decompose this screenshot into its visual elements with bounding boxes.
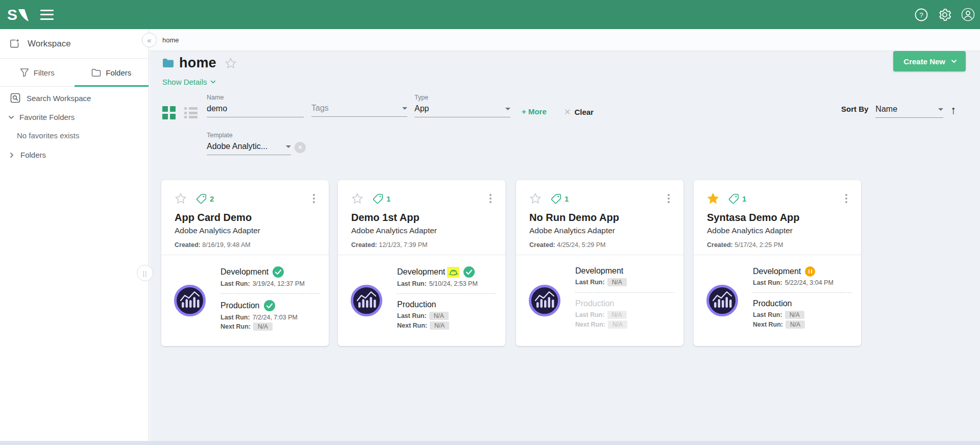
app-screen: S ? Workspace Filters [0,0,980,445]
sort-by-label: Sort By [841,105,868,118]
tag-icon [196,193,207,204]
next-run-na-badge: N/A [430,322,449,330]
horizontal-scrollbar[interactable] [0,441,980,445]
filter-funnel-icon [20,68,29,77]
sidebar: Workspace Filters Folders Search Workspa… [0,29,149,441]
environment-production: ProductionLast Run:N/ANext Run:N/A [575,299,674,329]
sort-field[interactable]: Name [875,105,943,118]
success-status-icon [264,300,275,311]
kebab-menu-icon[interactable] [486,193,495,204]
name-filter-input[interactable]: demo [207,104,304,113]
app-card[interactable]: 2 App Card Demo Adobe Analytics Adapter … [161,180,329,346]
kebab-menu-icon[interactable] [309,193,318,204]
next-run-na-badge: N/A [786,320,805,329]
environment-development: DevelopmentLast Run:N/A [575,266,674,286]
environment-name: Production [397,300,436,309]
tag-count: 1 [386,194,390,203]
menu-icon[interactable] [40,10,54,20]
page-title-row: home [162,55,237,71]
clear-filters-label: Clear [574,108,594,116]
tag-icon [551,193,561,204]
logo-letter: S [7,6,17,23]
favorite-folders-toggle[interactable]: Favorite Folders [0,113,149,121]
search-workspace[interactable]: Search Workspace [0,93,149,103]
favorite-star-icon[interactable] [175,192,187,205]
view-toggle [162,106,199,119]
tag-count-badge: 1 [373,193,390,204]
workspace-header[interactable]: Workspace [0,29,149,59]
breadcrumb-bar: « home [150,29,980,51]
tab-filters[interactable]: Filters [0,59,75,86]
card-subtitle: Adobe Analytics Adapter [351,226,495,235]
card-header: 1 [707,192,851,205]
template-clear-icon[interactable]: ✕ [295,142,306,153]
chevron-down-icon [210,79,216,85]
template-filter-field[interactable]: Template Adobe Analytic... [207,132,291,155]
tags-filter-field[interactable]: Tags [311,94,407,117]
environment-name: Development [220,267,268,277]
favorite-star-icon[interactable] [529,192,542,205]
card-header: 1 [351,192,495,205]
last-run-label: Last Run: [397,280,427,287]
show-details-link[interactable]: Show Details [162,78,216,86]
environment-name: Development [753,267,801,276]
tags-filter-placeholder[interactable]: Tags [311,104,399,113]
clear-filters-link[interactable]: ✕ Clear [564,107,594,117]
tab-folders[interactable]: Folders [75,59,149,86]
tag-count: 2 [210,194,214,203]
search-icon [10,93,20,103]
card-header: 1 [529,192,673,205]
last-run-row: Last Run:N/A [753,311,852,319]
environment-development: DevelopmentLast Run:5/22/24, 3:04 PM [753,266,852,286]
workspace-title: Workspace [28,39,71,49]
tag-icon [728,193,739,204]
more-filters-link[interactable]: + More [522,107,547,116]
card-created: Created: 8/16/19, 9:48 AM [175,241,251,249]
last-run-label: Last Run: [575,279,605,286]
sidebar-resize-handle[interactable]: || [137,265,153,281]
last-run-label: Last Run: [397,312,427,319]
app-card[interactable]: 1 No Run Demo App Adobe Analytics Adapte… [516,180,683,346]
breadcrumb[interactable]: home [162,36,179,44]
account-icon[interactable] [961,8,975,21]
sort-value[interactable]: Name [875,105,935,114]
favorite-star-icon[interactable] [351,192,363,205]
sort-direction-icon[interactable]: ↑ [950,105,956,118]
last-run-row: Last Run:N/A [575,311,674,319]
card-environments: DevelopmentLast Run:3/19/24, 12:37 PMPro… [161,255,329,346]
type-filter-label: Type [414,94,510,101]
topbar: S ? [0,0,980,29]
app-card[interactable]: 1 Demo 1st App Adobe Analytics Adapter C… [338,180,505,346]
help-icon[interactable]: ? [914,8,928,21]
app-logo-icon [174,284,206,317]
card-title: App Card Demo [175,212,318,224]
dropdown-caret-icon[interactable] [938,108,943,111]
syntasa-logo[interactable]: S [7,6,29,23]
last-run-label: Last Run: [575,311,605,318]
dropdown-caret-icon[interactable] [505,108,510,110]
type-filter-field[interactable]: Type App [414,94,510,117]
grid-view-icon[interactable] [162,106,176,119]
create-new-button[interactable]: Create New [893,51,966,71]
list-view-icon[interactable] [184,107,199,119]
clear-x-icon: ✕ [564,107,571,117]
template-filter-value[interactable]: Adobe Analytic... [207,142,283,151]
favorite-star-icon[interactable] [707,192,719,205]
dropdown-caret-icon[interactable] [286,145,291,148]
favorite-page-star-icon[interactable] [225,57,237,69]
environment-development: DevelopmentLast Run:3/19/24, 12:37 PM [220,266,320,287]
sidebar-collapse-button[interactable]: « [142,33,157,47]
dropdown-caret-icon[interactable] [402,107,407,110]
app-card[interactable]: 1 Syntasa Demo App Adobe Analytics Adapt… [694,180,861,346]
tag-count-badge: 2 [196,193,214,204]
tab-filters-label: Filters [34,68,55,77]
kebab-menu-icon[interactable] [664,193,673,204]
environment-name: Development [575,266,623,276]
kebab-menu-icon[interactable] [842,193,851,204]
create-new-label: Create New [903,57,945,66]
name-filter-field[interactable]: Name demo [207,94,304,117]
settings-gear-icon[interactable] [938,8,951,21]
type-filter-value[interactable]: App [414,104,502,113]
show-details-label: Show Details [162,78,207,86]
folders-tree-item[interactable]: Folders [0,151,149,159]
